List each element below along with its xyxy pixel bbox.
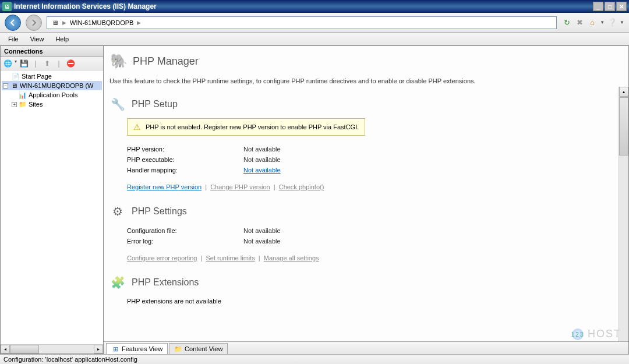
- tree-start-page[interactable]: 📄 Start Page: [2, 72, 102, 81]
- warning-text: PHP is not enabled. Register new PHP ver…: [146, 123, 359, 130]
- tree-server[interactable]: − 🖥 WIN-61MUBQRDOPB (W: [2, 81, 102, 90]
- start-page-icon: 📄: [12, 72, 20, 80]
- window-title: Internet Information Services (IIS) Mana…: [14, 2, 157, 10]
- tree-sites[interactable]: + 📁 Sites: [2, 100, 102, 109]
- section-php-extensions: 🧩 PHP Extensions PHP extensions are not …: [109, 274, 617, 306]
- errorlog-label: Error log:: [127, 238, 243, 245]
- home-button[interactable]: ⌂: [587, 17, 598, 28]
- view-tabs: ⊞ Features View 📁 Content View: [104, 341, 628, 354]
- up-icon[interactable]: ⬆: [43, 59, 52, 68]
- warning-icon: ⚠: [133, 122, 141, 132]
- settings-icon: ⚙: [109, 203, 126, 220]
- tree-hscrollbar[interactable]: ◂ ▸: [1, 344, 103, 354]
- nav-forward-button[interactable]: [26, 15, 42, 31]
- php-manager-icon: 🐘: [109, 52, 128, 70]
- main-content: 🐘 PHP Manager Use this feature to check …: [104, 45, 629, 354]
- setup-actions: Register new PHP version | Change PHP ve…: [127, 183, 617, 190]
- php-exe-value: Not available: [243, 156, 281, 163]
- tree-label: WIN-61MUBQRDOPB (W: [20, 82, 94, 89]
- iis-icon: 🖥: [2, 2, 12, 11]
- refresh-button[interactable]: ↻: [561, 17, 572, 28]
- scroll-thumb[interactable]: [619, 97, 628, 156]
- menu-help[interactable]: Help: [50, 34, 75, 44]
- maximize-button[interactable]: □: [605, 2, 615, 11]
- connections-toolbar: 🌐 ▾ 💾 | ⬆ | ⛔: [1, 57, 103, 70]
- php-version-label: PHP version:: [127, 146, 243, 153]
- nav-back-button[interactable]: [5, 15, 21, 31]
- page-intro: Use this feature to check the PHP runtim…: [109, 77, 617, 84]
- tree-apppools[interactable]: 📊 Application Pools: [2, 90, 102, 100]
- config-file-value: Not available: [243, 227, 281, 234]
- tree-label: Application Pools: [29, 91, 77, 98]
- section-title: PHP Setup: [132, 99, 178, 109]
- server-icon: 🖥: [10, 82, 18, 90]
- section-php-settings: ⚙ PHP Settings Configuration file: Not a…: [109, 203, 617, 261]
- link-change-php: Change PHP version: [210, 183, 270, 190]
- tree-collapse-icon[interactable]: −: [3, 83, 8, 89]
- setup-icon: 🔧: [109, 96, 126, 112]
- tab-content-view[interactable]: 📁 Content View: [169, 343, 228, 354]
- watermark-text: HOST: [588, 328, 621, 340]
- config-file-label: Configuration file:: [127, 227, 243, 234]
- connect-icon[interactable]: 🌐: [3, 59, 12, 68]
- tree-label: Start Page: [22, 73, 52, 80]
- menubar: File View Help: [0, 33, 629, 45]
- refresh-icon[interactable]: |: [54, 59, 63, 68]
- connections-panel: Connections 🌐 ▾ 💾 | ⬆ | ⛔ 📄 Start Page −…: [0, 45, 104, 354]
- chevron-right-icon: ▶: [137, 20, 141, 26]
- statusbar: Configuration: 'localhost' applicationHo…: [0, 354, 629, 364]
- vscrollbar[interactable]: ▴: [619, 87, 628, 341]
- extensions-icon: 🧩: [109, 274, 126, 291]
- content-icon: 📁: [174, 345, 182, 353]
- status-text: Configuration: 'localhost' applicationHo…: [3, 356, 137, 363]
- handler-label: Handler mapping:: [127, 167, 243, 174]
- help-icon[interactable]: ⛔: [66, 59, 75, 68]
- section-php-setup: 🔧 PHP Setup ⚠ PHP is not enabled. Regist…: [109, 96, 617, 190]
- nav-bar: 🖥 ▶ WIN-61MUBQRDOPB ▶ ↻ ✖ ⌂ ▼ ❔ ▼: [0, 13, 629, 33]
- errorlog-value: Not available: [243, 238, 281, 245]
- scroll-left-icon[interactable]: ◂: [1, 345, 10, 354]
- page-title: PHP Manager: [133, 55, 199, 68]
- minimize-button[interactable]: _: [593, 2, 603, 11]
- titlebar: 🖥 Internet Information Services (IIS) Ma…: [0, 0, 629, 13]
- link-manage-all: Manage all settings: [264, 255, 319, 261]
- sites-icon: 📁: [19, 100, 27, 108]
- scroll-up-icon[interactable]: ▴: [619, 87, 628, 97]
- handler-link[interactable]: Not available: [243, 167, 281, 174]
- apppools-icon: 📊: [19, 91, 27, 99]
- extensions-msg: PHP extensions are not available: [127, 296, 617, 306]
- tree-label: Sites: [29, 101, 43, 108]
- breadcrumb-node: WIN-61MUBQRDOPB: [70, 19, 133, 26]
- connections-header: Connections: [1, 46, 103, 57]
- scroll-right-icon[interactable]: ▸: [94, 345, 103, 354]
- save-icon[interactable]: 💾: [19, 59, 29, 68]
- link-register-php[interactable]: Register new PHP version: [127, 183, 202, 190]
- link-runtime-limits: Set runtime limits: [206, 255, 255, 261]
- breadcrumb[interactable]: 🖥 ▶ WIN-61MUBQRDOPB ▶: [47, 16, 557, 29]
- tab-label: Content View: [185, 345, 222, 352]
- php-exe-label: PHP executable:: [127, 156, 243, 163]
- delete-icon[interactable]: |: [31, 59, 40, 68]
- dropdown-icon[interactable]: ▼: [620, 20, 624, 25]
- dropdown-icon[interactable]: ▼: [600, 20, 605, 25]
- watermark-logo-icon: 123: [572, 328, 584, 340]
- connections-tree: 📄 Start Page − 🖥 WIN-61MUBQRDOPB (W 📊 Ap…: [1, 70, 103, 344]
- section-title: PHP Settings: [132, 206, 187, 217]
- tree-expand-icon[interactable]: +: [12, 102, 17, 107]
- scroll-thumb[interactable]: [10, 345, 39, 354]
- tab-label: Features View: [122, 345, 162, 352]
- link-error-reporting: Configure error reporting: [127, 255, 197, 261]
- menu-view[interactable]: View: [24, 34, 50, 44]
- warning-box: ⚠ PHP is not enabled. Register new PHP v…: [127, 118, 365, 136]
- close-button[interactable]: ✕: [616, 2, 627, 11]
- menu-file[interactable]: File: [2, 34, 24, 44]
- php-version-value: Not available: [243, 146, 281, 153]
- features-icon: ⊞: [111, 345, 119, 353]
- server-icon: 🖥: [51, 19, 59, 27]
- stop-button[interactable]: ✖: [574, 17, 585, 28]
- link-phpinfo: Check phpinfo(): [279, 183, 324, 190]
- watermark: 123 HOST: [572, 328, 621, 340]
- help-button[interactable]: ❔: [607, 17, 617, 28]
- tab-features-view[interactable]: ⊞ Features View: [106, 343, 168, 354]
- section-title: PHP Extensions: [132, 277, 199, 288]
